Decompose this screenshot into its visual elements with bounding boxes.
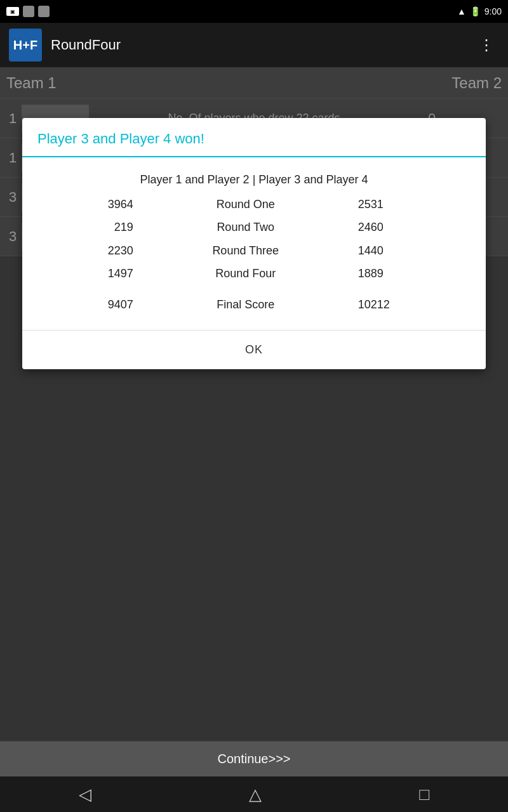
- score-table-row-0: 3964 Round One 2531: [39, 193, 469, 216]
- notification-icon-2: [38, 6, 50, 17]
- nav-bar: ◁ △ □: [0, 776, 508, 812]
- score-right-0: 2531: [352, 193, 469, 216]
- score-right-3: 1889: [352, 263, 469, 285]
- final-left: 9407: [39, 286, 140, 316]
- app-title: RoundFour: [51, 37, 465, 53]
- score-left-3: 1497: [39, 263, 140, 285]
- notification-icon-1: [23, 6, 34, 17]
- score-table-row-3: 1497 Round Four 1889: [39, 263, 469, 285]
- dialog-header-sep: |: [253, 173, 259, 186]
- final-label: Final Score: [141, 286, 351, 316]
- dialog-actions: OK: [22, 331, 486, 369]
- score-left-2: 2230: [39, 240, 140, 262]
- app-icon: H+F: [9, 29, 42, 62]
- score-label-2: Round Three: [141, 240, 351, 262]
- dialog: Player 3 and Player 4 won! Player 1 and …: [22, 118, 486, 369]
- score-right-1: 2460: [352, 216, 469, 239]
- dialog-header-left: Player 1 and Player 2: [140, 173, 250, 186]
- score-table-row-1: 219 Round Two 2460: [39, 216, 469, 239]
- back-button[interactable]: ◁: [79, 785, 91, 804]
- continue-button[interactable]: Continue>>>: [217, 752, 290, 766]
- score-table-row-2: 2230 Round Three 1440: [39, 240, 469, 262]
- photo-icon: ▣: [6, 7, 19, 16]
- battery-icon: 🔋: [470, 6, 481, 16]
- action-bar: H+F RoundFour ⋮: [0, 23, 508, 67]
- score-label-1: Round Two: [141, 216, 351, 239]
- final-score-row: 9407 Final Score 10212: [39, 286, 469, 316]
- score-left-1: 219: [39, 216, 140, 239]
- status-icons-left: ▣: [6, 6, 50, 17]
- continue-bar: Continue>>>: [0, 741, 508, 776]
- dialog-overlay: Player 3 and Player 4 won! Player 1 and …: [0, 67, 508, 776]
- clock: 9:00: [485, 6, 502, 16]
- status-bar: ▣ ▲ 🔋 9:00: [0, 0, 508, 23]
- wifi-icon: ▲: [457, 6, 466, 16]
- home-button[interactable]: △: [249, 785, 262, 804]
- final-right: 10212: [352, 286, 469, 316]
- ok-button[interactable]: OK: [232, 339, 276, 360]
- dialog-title: Player 3 and Player 4 won!: [22, 118, 486, 157]
- score-label-3: Round Four: [141, 263, 351, 285]
- dialog-header-right: Player 3 and Player 4: [258, 173, 368, 186]
- overflow-menu-button[interactable]: ⋮: [474, 31, 499, 59]
- dialog-header-row: Player 1 and Player 2 | Player 3 and Pla…: [37, 170, 471, 190]
- score-label-0: Round One: [141, 193, 351, 216]
- score-left-0: 3964: [39, 193, 140, 216]
- recents-button[interactable]: □: [419, 785, 429, 804]
- score-right-2: 1440: [352, 240, 469, 262]
- score-table: 3964 Round One 2531 219 Round Two 2460 2…: [37, 192, 471, 317]
- dialog-body: Player 1 and Player 2 | Player 3 and Pla…: [22, 157, 486, 331]
- status-icons-right: ▲ 🔋 9:00: [457, 6, 502, 16]
